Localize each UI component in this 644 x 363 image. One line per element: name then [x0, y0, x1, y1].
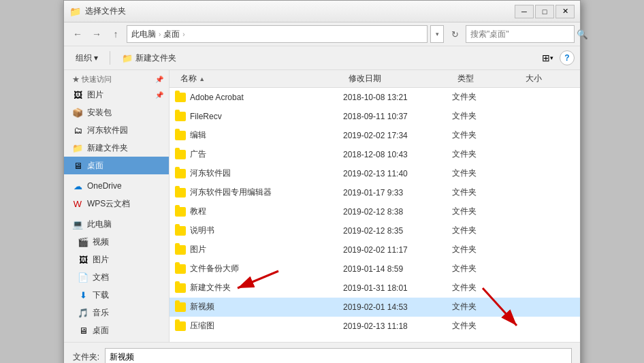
maximize-button[interactable]: □ [535, 5, 554, 18]
table-row[interactable]: Adobe Acrobat 2018-10-08 13:21 文件夹 [170, 88, 580, 107]
table-row[interactable]: FileRecv 2018-09-11 10:37 文件夹 [170, 107, 580, 126]
file-type: 文件夹 [452, 129, 520, 141]
folder-icon [175, 112, 186, 121]
file-name: 文件备份大师 [190, 263, 343, 274]
file-name: 图片 [190, 244, 343, 255]
folder-icon [175, 283, 186, 293]
sidebar-item-desktop2[interactable]: 🖥 桌面 [64, 321, 169, 339]
sidebar-item-downloads[interactable]: ⬇ 下载 [64, 286, 169, 304]
table-row[interactable]: 新建文件夹 2019-01-31 18:01 文件夹 [170, 279, 580, 298]
sidebar-item-wps[interactable]: W WPS云文档 [64, 195, 169, 212]
sidebar-item-video[interactable]: 🎬 视频 [64, 233, 169, 251]
close-button[interactable]: ✕ [556, 5, 575, 18]
file-name: 编辑 [190, 129, 343, 141]
forward-button[interactable]: → [88, 26, 105, 42]
onedrive-icon: ☁ [72, 180, 83, 191]
file-name: 河东软件园专用编辑器 [190, 187, 343, 198]
sidebar-item-computer[interactable]: 💻 此电脑 [64, 215, 169, 233]
table-row[interactable]: 文件备份大师 2019-01-14 8:59 文件夹 [170, 259, 580, 279]
view-button[interactable]: ⊞ ▾ [538, 49, 557, 67]
back-button[interactable]: ← [69, 26, 86, 42]
desktop2-icon: 🖥 [78, 325, 88, 336]
new-folder-icon: 📁 [122, 53, 133, 63]
wps-icon: W [72, 198, 83, 209]
path-desktop[interactable]: 桌面 [163, 29, 180, 40]
file-date: 2019-01-14 8:59 [343, 264, 452, 274]
file-list[interactable]: Adobe Acrobat 2018-10-08 13:21 文件夹 FileR… [170, 88, 580, 342]
sidebar-item-onedrive[interactable]: ☁ OneDrive [64, 177, 169, 195]
up-button[interactable]: ↑ [108, 26, 124, 42]
table-row[interactable]: 新视频 2019-02-01 14:53 文件夹 [170, 298, 580, 317]
table-row[interactable]: 编辑 2019-02-02 17:34 文件夹 [170, 126, 580, 145]
dialog-title-icon: 📁 [69, 6, 81, 17]
path-sep-2: › [182, 31, 184, 38]
folder-icon [175, 226, 186, 236]
sidebar-item-music[interactable]: 🎵 音乐 [64, 304, 169, 321]
hedong-icon: 🗂 [72, 125, 83, 136]
sidebar-item-hedong[interactable]: 🗂 河东软件园 [64, 121, 169, 139]
quick-access-header: ★ 快速访问 📌 [64, 73, 169, 86]
dialog-title: 选择文件夹 [85, 5, 126, 17]
sidebar-item-install[interactable]: 📦 安装包 [64, 104, 169, 121]
file-date: 2019-02-12 8:35 [343, 226, 452, 236]
file-date: 2019-01-17 9:33 [343, 188, 452, 198]
sort-arrow-icon: ▲ [199, 76, 205, 82]
sidebar-item-docs[interactable]: 📄 文档 [64, 268, 169, 286]
file-date: 2019-02-01 14:53 [343, 302, 452, 312]
toolbar: 组织 ▾ 📁 新建文件夹 ⊞ ▾ ? [64, 46, 580, 70]
table-row[interactable]: 河东软件园 2019-02-13 11:40 文件夹 [170, 164, 580, 183]
col-header-type[interactable]: 类型 [452, 70, 520, 87]
sidebar-item-newfolder[interactable]: 📁 新建文件夹 [64, 139, 169, 157]
file-type: 文件夹 [452, 244, 520, 255]
refresh-button[interactable]: ↻ [447, 26, 463, 42]
table-row[interactable]: 广告 2018-12-08 10:43 文件夹 [170, 145, 580, 164]
installer-icon: 📦 [72, 107, 83, 118]
help-button[interactable]: ? [560, 50, 575, 65]
title-controls: ─ □ ✕ [515, 5, 575, 18]
file-date: 2019-02-12 8:38 [343, 207, 452, 217]
table-row[interactable]: 压缩图 2019-02-13 11:18 文件夹 [170, 317, 580, 336]
folder-row: 文件夹: [72, 348, 572, 363]
sidebar-item-images2[interactable]: 🖼 图片 [64, 251, 169, 268]
folder-icon [175, 150, 186, 159]
minimize-button[interactable]: ─ [515, 5, 534, 18]
view-icon: ⊞ [542, 52, 550, 63]
file-name: 新建文件夹 [190, 282, 343, 294]
file-name: 河东软件园 [190, 168, 343, 179]
toolbar-separator [110, 51, 110, 65]
folder-input[interactable] [105, 348, 572, 363]
file-date: 2018-12-08 10:43 [343, 150, 452, 159]
folder-icon [175, 264, 186, 274]
new-folder-button[interactable]: 📁 新建文件夹 [116, 49, 182, 67]
address-bar: ← → ↑ 此电脑 › 桌面 › ▾ ↻ 🔍 [64, 22, 580, 46]
col-header-size[interactable]: 大小 [520, 70, 575, 87]
path-sep-1: › [159, 31, 161, 38]
col-header-date[interactable]: 修改日期 [343, 70, 452, 87]
sidebar-item-pictures[interactable]: 🖼 图片 📌 [64, 86, 169, 104]
search-box: 🔍 [466, 25, 575, 43]
image-icon: 🖼 [78, 254, 88, 265]
table-row[interactable]: 河东软件园专用编辑器 2019-01-17 9:33 文件夹 [170, 183, 580, 202]
pin-icon: 📌 [155, 76, 163, 83]
address-path: 此电脑 › 桌面 › [127, 25, 428, 43]
file-date: 2019-02-02 11:17 [343, 245, 452, 255]
table-row[interactable]: 图片 2019-02-02 11:17 文件夹 [170, 240, 580, 259]
file-name: Adobe Acrobat [190, 93, 343, 102]
sidebar: ★ 快速访问 📌 🖼 图片 📌 📦 安装包 🗂 河东软件 [64, 70, 170, 342]
file-type: 文件夹 [452, 187, 520, 198]
sidebar-item-desktop[interactable]: 🖥 桌面 [64, 157, 169, 174]
col-header-name[interactable]: 名称 ▲ [175, 70, 343, 87]
table-row[interactable]: 教程 2019-02-12 8:38 文件夹 [170, 202, 580, 221]
search-icon[interactable]: 🔍 [577, 26, 588, 42]
file-type: 文件夹 [452, 148, 520, 160]
table-row[interactable]: 说明书 2019-02-12 8:35 文件夹 [170, 221, 580, 240]
file-name: 说明书 [190, 225, 343, 236]
path-computer[interactable]: 此电脑 [131, 29, 156, 40]
folder-icon [175, 93, 186, 102]
address-dropdown[interactable]: ▾ [430, 25, 444, 43]
search-input[interactable] [466, 29, 577, 39]
organize-button[interactable]: 组织 ▾ [69, 49, 104, 67]
folder-label: 文件夹: [72, 351, 99, 363]
file-list-wrapper: 名称 ▲ 修改日期 类型 大小 Adobe Acrobat 2018-10-08… [170, 70, 580, 342]
file-date: 2018-09-11 10:37 [343, 112, 452, 121]
